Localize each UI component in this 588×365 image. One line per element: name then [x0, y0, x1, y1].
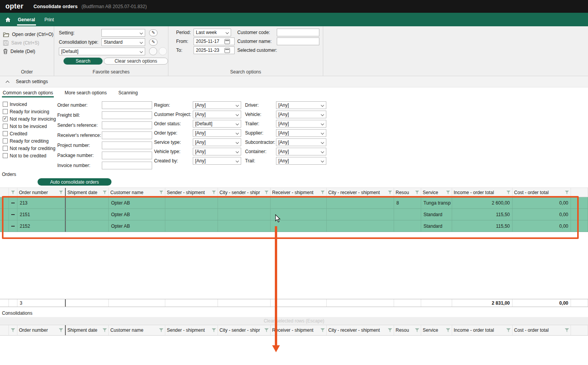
- consol-col-income-total[interactable]: Income - order total: [452, 325, 513, 335]
- orders-col-city-receiver[interactable]: City - receiver - shipment: [327, 188, 394, 197]
- receivers-reference-input[interactable]: [102, 131, 152, 139]
- checkbox-not-to-be-invoiced[interactable]: Not to be invoiced: [3, 123, 55, 130]
- orders-col-cost-total[interactable]: Cost - order total: [513, 188, 571, 197]
- order-status-select[interactable]: [Default]: [193, 120, 241, 128]
- orders-row-2152[interactable]: 2152 Opter AB Standard 115,50 0,00: [0, 220, 588, 232]
- order-type-select[interactable]: [Any]: [193, 129, 241, 137]
- subcontractor-select[interactable]: [Any]: [276, 138, 326, 146]
- tab-common-search-options[interactable]: Common search options: [2, 87, 54, 98]
- driver-select[interactable]: [Any]: [276, 101, 326, 109]
- period-select[interactable]: Last week: [194, 29, 231, 36]
- search-settings-bar[interactable]: Search settings: [0, 76, 588, 87]
- chevron-down-icon: [236, 159, 239, 162]
- checkbox-ready-for-invoicing[interactable]: Ready for invoicing: [3, 108, 55, 115]
- customer-code-input[interactable]: [277, 29, 319, 36]
- supplier-select[interactable]: [Any]: [276, 129, 326, 137]
- project-number-input[interactable]: [102, 142, 152, 149]
- auto-consolidate-orders-button[interactable]: Auto consolidate orders: [38, 178, 111, 186]
- from-date-field[interactable]: [194, 38, 235, 45]
- empty-cell: [571, 220, 588, 232]
- consolidation-type-select[interactable]: Standard: [101, 38, 145, 46]
- vehicle-select[interactable]: [Any]: [276, 111, 326, 118]
- trail-select[interactable]: [Any]: [276, 157, 326, 165]
- checkbox-not-to-be-credited[interactable]: Not to be credited: [3, 152, 55, 159]
- consol-col-city-receiver[interactable]: City - receiver - shipment: [327, 325, 394, 335]
- checkbox-credited[interactable]: Credited: [3, 130, 55, 137]
- consol-col-service[interactable]: Service: [421, 325, 452, 335]
- customer-project-select[interactable]: [Any]: [193, 111, 241, 118]
- created-by-label: Created by:: [154, 158, 193, 164]
- orders-col-sender-shipment[interactable]: Sender - shipment: [165, 188, 218, 197]
- order-number-input[interactable]: [102, 101, 152, 109]
- consol-col-sender-shipment[interactable]: Sender - shipment: [165, 325, 218, 335]
- consolidations-header-filter[interactable]: [9, 325, 17, 335]
- orders-col-resource[interactable]: Resou: [394, 188, 421, 197]
- calendar-icon[interactable]: [225, 48, 230, 53]
- checkbox-invoiced[interactable]: Invoiced: [3, 101, 55, 108]
- empty-cell: [165, 299, 218, 307]
- edit-setting-button[interactable]: ✎: [149, 29, 158, 36]
- tab-scanning[interactable]: Scanning: [118, 87, 139, 98]
- invoice-number-input[interactable]: [102, 162, 152, 169]
- open-order-button[interactable]: Open order (Ctrl+O): [3, 30, 54, 39]
- orders-col-customer-name[interactable]: Customer name: [109, 188, 165, 197]
- orders-header-filter[interactable]: [9, 188, 17, 197]
- orders-row-2151[interactable]: 2151 Opter AB Standard 115,50 0,00: [0, 209, 588, 220]
- orders-col-receiver-shipment[interactable]: Receiver - shipment: [271, 188, 327, 197]
- consol-col-order-number[interactable]: Order number: [17, 325, 65, 335]
- clear-search-options-button[interactable]: Clear search options: [104, 58, 168, 65]
- service-type-select[interactable]: [Any]: [193, 138, 241, 146]
- consol-col-customer-name[interactable]: Customer name: [109, 325, 165, 335]
- save-button[interactable]: Save (Ctrl+S): [3, 39, 54, 47]
- to-date-field[interactable]: [194, 46, 235, 54]
- vehicle-type-select[interactable]: [Any]: [193, 148, 241, 155]
- from-date-input[interactable]: [195, 39, 225, 44]
- orders-col-service[interactable]: Service: [421, 188, 452, 197]
- trailer-select[interactable]: [Any]: [276, 120, 326, 128]
- delete-button[interactable]: Delete (Del): [3, 47, 54, 56]
- consol-col-receiver-shipment[interactable]: Receiver - shipment: [271, 325, 327, 335]
- checkbox-not-ready-for-invoicing[interactable]: Not ready for invoicing: [3, 115, 55, 123]
- checkbox-not-ready-for-crediting[interactable]: Not ready for crediting: [3, 145, 55, 152]
- select-value: [Any]: [278, 102, 289, 108]
- consol-col-resource[interactable]: Resou: [394, 325, 421, 335]
- orders-row-213[interactable]: 213 Opter AB 8 Tunga transp 2 600,00 0,0…: [0, 197, 588, 209]
- created-by-select[interactable]: [Any]: [193, 157, 241, 165]
- collapse-cell[interactable]: [9, 197, 17, 209]
- region-select[interactable]: [Any]: [193, 101, 241, 109]
- orders-col-shipment-date[interactable]: Shipment date: [65, 188, 109, 197]
- favorite-delete-button[interactable]: [159, 47, 167, 55]
- empty-cell: [0, 325, 9, 335]
- container-select[interactable]: [Any]: [276, 148, 326, 155]
- search-button[interactable]: Search: [63, 58, 103, 65]
- tab-more-search-options[interactable]: More search options: [64, 87, 108, 98]
- freight-bill-input[interactable]: [102, 111, 152, 119]
- collapse-chevron-icon[interactable]: [6, 80, 10, 84]
- tab-general[interactable]: General: [13, 13, 40, 26]
- consol-col-cost-total[interactable]: Cost - order total: [513, 325, 571, 335]
- tab-print[interactable]: Print: [40, 13, 59, 26]
- orders-col-income-total[interactable]: Income - order total: [452, 188, 513, 197]
- calendar-icon[interactable]: [225, 39, 230, 44]
- resource-cell: [394, 209, 421, 220]
- edit-consolidation-type-button[interactable]: ✎: [149, 39, 158, 46]
- checkbox-ready-for-crediting[interactable]: Ready for crediting: [3, 137, 55, 145]
- collapse-cell[interactable]: [9, 209, 17, 220]
- collapse-cell[interactable]: [9, 220, 17, 232]
- favorite-save-button[interactable]: [149, 47, 157, 55]
- service-cell: Tunga transp: [421, 197, 452, 209]
- package-number-input[interactable]: [102, 152, 152, 159]
- home-button[interactable]: [2, 13, 13, 26]
- setting-select[interactable]: [101, 29, 145, 37]
- column-label: City - sender - shipr: [219, 327, 260, 333]
- to-date-input[interactable]: [195, 48, 225, 53]
- consolidations-section-label: Consolidations: [0, 307, 588, 317]
- consol-col-city-sender[interactable]: City - sender - shipr: [218, 325, 271, 335]
- consol-col-shipment-date[interactable]: Shipment date: [65, 325, 109, 335]
- senders-reference-input[interactable]: [102, 121, 152, 129]
- orders-col-city-sender[interactable]: City - sender - shipr: [218, 188, 271, 197]
- favorite-search-select[interactable]: [Default]: [59, 48, 145, 55]
- select-value: [Any]: [278, 149, 289, 154]
- orders-col-order-number[interactable]: Order number: [17, 188, 65, 197]
- customer-name-input[interactable]: [277, 38, 319, 45]
